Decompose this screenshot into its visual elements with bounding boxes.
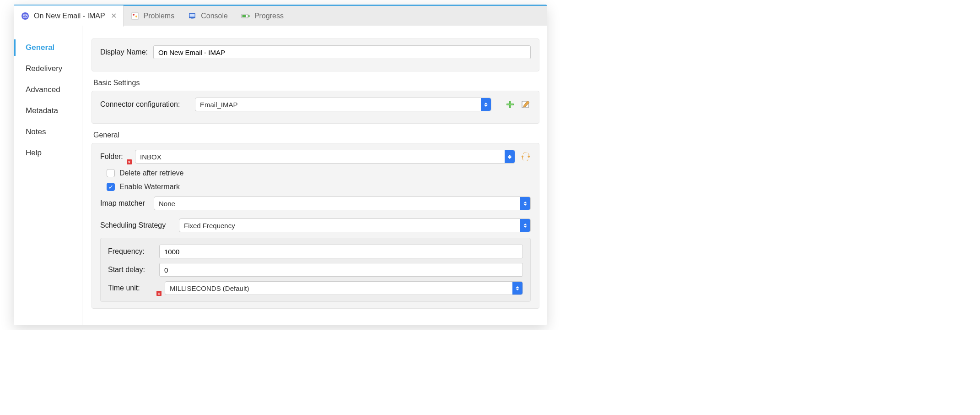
tab-label: Problems (144, 12, 175, 20)
imap-matcher-label: Imap matcher (100, 199, 148, 208)
start-delay-input[interactable] (159, 263, 523, 277)
start-delay-label: Start delay: (108, 266, 154, 274)
frequency-label: Frequency: (108, 247, 154, 256)
time-unit-value: MILLISECONDS (Default) (170, 284, 249, 292)
edit-config-button[interactable] (521, 99, 531, 109)
sidebar: General Redelivery Advanced Metadata Not… (14, 26, 82, 325)
svg-rect-2 (132, 13, 138, 19)
sidebar-item-help[interactable]: Help (14, 145, 82, 161)
display-name-label: Display Name: (100, 48, 148, 56)
svg-point-4 (135, 16, 137, 17)
svg-rect-13 (507, 104, 513, 105)
basic-settings-panel: Connector configuration: Email_IMAP (92, 91, 539, 124)
console-icon (187, 11, 197, 21)
general-section-heading: General (93, 131, 539, 139)
tab-label: Console (201, 12, 228, 20)
chevron-updown-icon (520, 219, 530, 232)
tab-label: Progress (254, 12, 284, 20)
delete-after-label: Delete after retrieve (119, 169, 184, 177)
chevron-updown-icon (520, 197, 530, 210)
svg-rect-6 (190, 14, 195, 16)
sidebar-item-advanced[interactable]: Advanced (14, 82, 82, 98)
scheduling-strategy-value: Fixed Frequency (184, 222, 235, 229)
close-icon[interactable]: ✕ (111, 11, 117, 20)
connector-config-label: Connector configuration: (100, 100, 189, 109)
enable-watermark-label: Enable Watermark (119, 183, 180, 191)
chevron-updown-icon (481, 98, 491, 111)
imap-matcher-value: None (159, 200, 175, 208)
basic-settings-heading: Basic Settings (93, 79, 539, 87)
enable-watermark-checkbox[interactable]: ✓ (107, 183, 115, 191)
frequency-panel: Frequency: Start delay: Time unit: x MIL… (100, 238, 531, 302)
sidebar-item-general[interactable]: General (14, 39, 82, 56)
time-unit-label: Time unit: (108, 284, 154, 292)
tab-on-new-email[interactable]: On New Email - IMAP ✕ (14, 5, 124, 27)
connector-config-value: Email_IMAP (200, 101, 238, 109)
progress-icon (241, 11, 251, 21)
folder-select[interactable]: INBOX (135, 150, 515, 164)
email-icon (20, 11, 30, 21)
delete-after-checkbox[interactable] (107, 169, 115, 177)
scheduling-strategy-label: Scheduling Strategy (100, 221, 173, 229)
svg-point-3 (133, 14, 135, 16)
svg-rect-9 (242, 15, 246, 17)
tab-console[interactable]: Console (181, 5, 234, 27)
tab-bar: On New Email - IMAP ✕ Problems Console P… (14, 5, 547, 26)
connector-config-select[interactable]: Email_IMAP (195, 98, 491, 111)
tab-progress[interactable]: Progress (234, 5, 290, 27)
display-name-panel: Display Name: (92, 38, 539, 71)
chevron-updown-icon (505, 150, 515, 163)
chevron-updown-icon (512, 282, 522, 295)
scheduling-strategy-select[interactable]: Fixed Frequency (179, 218, 531, 232)
content-area: Display Name: Basic Settings Connector c… (82, 26, 547, 325)
frequency-input[interactable] (159, 245, 523, 258)
svg-rect-7 (191, 18, 194, 19)
time-unit-select[interactable]: MILLISECONDS (Default) (165, 281, 523, 295)
tab-label: On New Email - IMAP (34, 12, 105, 20)
folder-value: INBOX (140, 153, 162, 161)
sidebar-item-redelivery[interactable]: Redelivery (14, 60, 82, 77)
sidebar-item-metadata[interactable]: Metadata (14, 103, 82, 119)
problems-icon (130, 11, 140, 21)
sidebar-item-notes[interactable]: Notes (14, 124, 82, 140)
display-name-input[interactable] (153, 45, 531, 59)
tab-problems[interactable]: Problems (124, 5, 181, 27)
folder-label: Folder: (100, 153, 124, 161)
general-panel: Folder: x INBOX Delete after retrieve ✓ (92, 143, 539, 309)
add-config-button[interactable] (505, 99, 515, 109)
imap-matcher-select[interactable]: None (154, 197, 531, 210)
editor-window: On New Email - IMAP ✕ Problems Console P… (14, 5, 547, 325)
refresh-folder-button[interactable] (521, 152, 531, 162)
